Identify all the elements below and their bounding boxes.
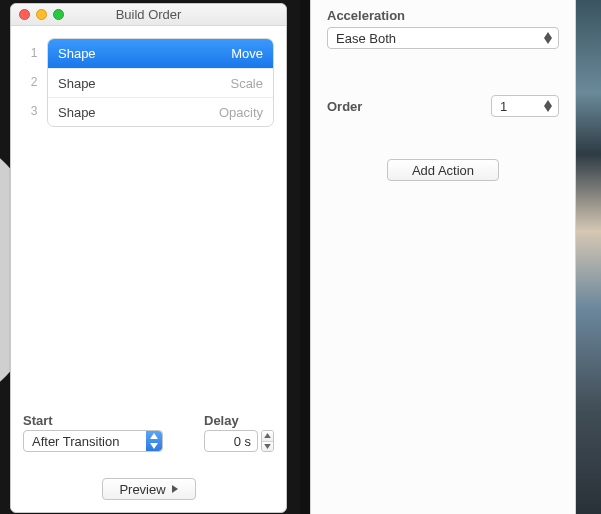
build-index: 2 <box>23 75 45 89</box>
preview-button[interactable]: Preview <box>102 478 196 500</box>
build-effect: Scale <box>230 76 263 91</box>
acceleration-label: Acceleration <box>327 8 559 23</box>
build-effect: Move <box>231 46 263 61</box>
close-icon[interactable] <box>19 9 30 20</box>
updown-icon <box>542 98 554 114</box>
build-row-1[interactable]: Shape Move <box>48 39 273 68</box>
start-label: Start <box>23 413 186 428</box>
inspector-panel: Acceleration Ease Both Order 1 Add Actio… <box>310 0 576 514</box>
zoom-icon[interactable] <box>53 9 64 20</box>
build-name: Shape <box>58 76 96 91</box>
build-name: Shape <box>58 46 96 61</box>
chevron-up-icon <box>262 431 273 442</box>
play-icon <box>172 485 178 493</box>
build-index: 1 <box>23 46 45 60</box>
updown-icon <box>542 30 554 46</box>
order-label: Order <box>327 99 362 114</box>
build-effect: Opacity <box>219 105 263 120</box>
delay-label: Delay <box>204 413 274 428</box>
start-popup[interactable]: After Transition <box>23 430 163 452</box>
preview-label: Preview <box>119 482 165 497</box>
build-row-3[interactable]: Shape Opacity <box>48 97 273 126</box>
chevron-down-icon <box>262 442 273 452</box>
window-titlebar[interactable]: Build Order <box>11 4 286 26</box>
updown-icon <box>146 431 162 451</box>
delay-field[interactable] <box>204 430 258 452</box>
build-order-window: Build Order 1 2 3 Shape Move Shape Scale <box>10 3 287 513</box>
add-action-button[interactable]: Add Action <box>387 159 499 181</box>
build-row-2[interactable]: Shape Scale <box>48 68 273 97</box>
add-action-label: Add Action <box>412 163 474 178</box>
minimize-icon[interactable] <box>36 9 47 20</box>
desktop-background <box>576 0 601 514</box>
order-popup[interactable]: 1 <box>491 95 559 117</box>
acceleration-popup[interactable]: Ease Both <box>327 27 559 49</box>
build-index: 3 <box>23 104 45 118</box>
start-value: After Transition <box>32 434 119 449</box>
build-name: Shape <box>58 105 96 120</box>
order-value: 1 <box>500 99 507 114</box>
delay-stepper[interactable] <box>261 430 274 452</box>
acceleration-value: Ease Both <box>336 31 396 46</box>
